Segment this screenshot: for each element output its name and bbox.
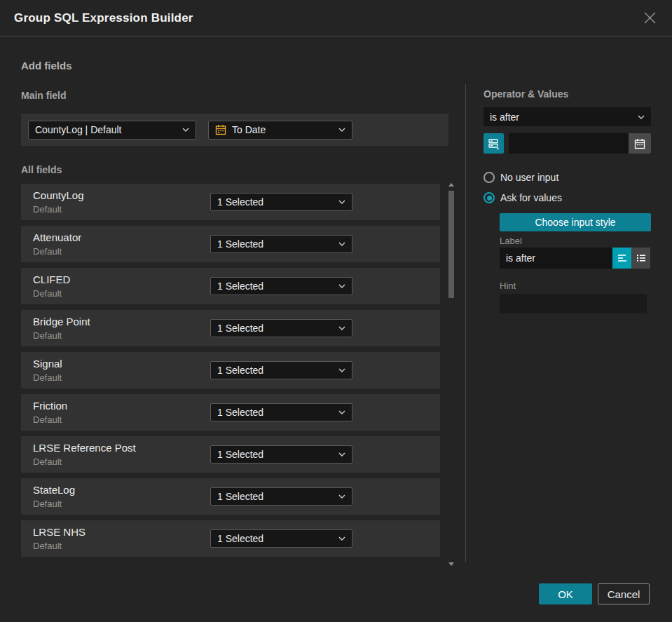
value-list-icon: [488, 137, 500, 150]
panel-divider: [465, 84, 466, 562]
chevron-down-icon: [182, 128, 189, 132]
field-selection-value: 1 Selected: [217, 449, 333, 460]
main-field-heading: Main field: [21, 90, 67, 101]
field-selection-dropdown[interactable]: 1 Selected: [210, 403, 352, 421]
field-selection-value: 1 Selected: [217, 323, 333, 334]
main-field-dropdown-value: CountyLog | Default: [35, 124, 177, 135]
field-selection-dropdown[interactable]: 1 Selected: [210, 193, 352, 211]
field-row: Signal Default 1 Selected: [21, 352, 440, 388]
field-row: CLIFED Default 1 Selected: [21, 268, 440, 304]
hint-input[interactable]: [500, 294, 647, 313]
hint-field-label: Hint: [500, 280, 516, 291]
field-selection-value: 1 Selected: [217, 407, 333, 418]
value-input[interactable]: [509, 133, 629, 154]
dialog-header: Group SQL Expression Builder: [0, 0, 672, 36]
field-selection-value: 1 Selected: [217, 491, 333, 502]
value-type-button[interactable]: [484, 133, 504, 154]
field-selection-value: 1 Selected: [217, 365, 333, 376]
chevron-down-icon: [338, 494, 345, 499]
radio-selected-icon: [484, 192, 495, 203]
main-field-container: CountyLog | Default To Date: [21, 114, 448, 146]
field-selection-dropdown[interactable]: 1 Selected: [210, 235, 352, 253]
operator-values-heading: Operator & Values: [484, 88, 568, 100]
chevron-down-icon: [338, 242, 345, 246]
field-row: Friction Default 1 Selected: [21, 394, 440, 431]
field-selection-dropdown[interactable]: 1 Selected: [210, 487, 352, 506]
radio-no-user-input[interactable]: No user input: [484, 172, 558, 183]
align-left-icon: [617, 252, 628, 264]
scrollbar-up-arrow-icon[interactable]: [448, 183, 454, 187]
dialog-title: Group SQL Expression Builder: [14, 11, 193, 25]
field-selection-dropdown[interactable]: 1 Selected: [210, 445, 352, 464]
chevron-down-icon: [338, 200, 345, 204]
chevron-down-icon: [338, 128, 345, 132]
calendar-icon: [215, 124, 226, 135]
field-selection-value: 1 Selected: [217, 196, 333, 208]
bullet-list-icon: [636, 252, 647, 264]
add-fields-heading: Add fields: [21, 60, 72, 72]
calendar-icon: [634, 138, 645, 149]
field-selection-dropdown[interactable]: 1 Selected: [210, 361, 352, 379]
scrollbar-thumb[interactable]: [448, 191, 454, 298]
chevron-down-icon: [338, 410, 345, 414]
label-input[interactable]: [500, 248, 612, 269]
main-field-dropdown[interactable]: CountyLog | Default: [28, 121, 196, 140]
field-selection-dropdown[interactable]: 1 Selected: [210, 277, 352, 295]
field-selection-value: 1 Selected: [217, 238, 333, 250]
ok-button[interactable]: OK: [539, 583, 592, 604]
input-style-text-toggle[interactable]: [612, 248, 631, 269]
list-scrollbar[interactable]: [446, 180, 456, 566]
radio-ask-for-values[interactable]: Ask for values: [484, 192, 562, 203]
chevron-down-icon: [338, 452, 345, 457]
all-fields-list: CountyLog Default 1 Selected Attenuator …: [21, 184, 440, 562]
group-sql-expression-builder-dialog: Group SQL Expression Builder Add fields …: [0, 0, 672, 622]
chevron-down-icon: [338, 326, 345, 330]
field-row: CountyLog Default 1 Selected: [21, 184, 440, 220]
scrollbar-down-arrow-icon[interactable]: [448, 562, 454, 566]
field-row: LRSE NHS Default 1 Selected: [21, 520, 440, 557]
radio-unselected-icon: [484, 172, 495, 183]
close-icon: [643, 11, 657, 25]
chevron-down-icon: [638, 115, 645, 119]
field-selection-value: 1 Selected: [217, 533, 333, 544]
main-field-date-value: To Date: [232, 124, 333, 135]
chevron-down-icon: [338, 536, 345, 541]
input-style-list-toggle[interactable]: [631, 248, 650, 269]
value-calendar-button[interactable]: [629, 133, 651, 154]
close-button[interactable]: [641, 10, 658, 27]
field-selection-dropdown[interactable]: 1 Selected: [210, 529, 352, 548]
radio-ask-for-values-label: Ask for values: [500, 192, 562, 203]
main-field-date-dropdown[interactable]: To Date: [208, 121, 352, 140]
operator-value: is after: [490, 111, 632, 123]
field-row: Attenuator Default 1 Selected: [21, 226, 440, 262]
all-fields-heading: All fields: [21, 164, 62, 175]
field-selection-value: 1 Selected: [217, 280, 333, 292]
field-selection-dropdown[interactable]: 1 Selected: [210, 319, 352, 337]
choose-input-style-button[interactable]: Choose input style: [500, 213, 651, 231]
operator-dropdown[interactable]: is after: [484, 107, 651, 126]
field-row: Bridge Point Default 1 Selected: [21, 310, 440, 346]
label-field-label: Label: [500, 236, 522, 246]
chevron-down-icon: [338, 284, 345, 288]
field-row: StateLog Default 1 Selected: [21, 478, 440, 515]
chevron-down-icon: [338, 368, 345, 372]
field-row: LRSE Reference Post Default 1 Selected: [21, 436, 440, 473]
radio-no-user-input-label: No user input: [500, 172, 558, 183]
cancel-button[interactable]: Cancel: [598, 583, 650, 604]
